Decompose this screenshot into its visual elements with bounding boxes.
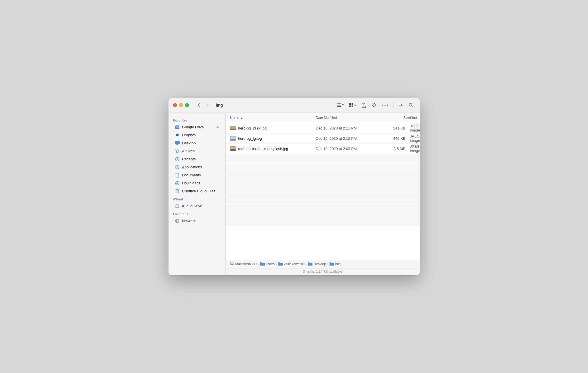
dropbox-icon [175, 133, 180, 138]
sidebar-applications-label: Applications [182, 165, 202, 169]
sidebar-item-documents[interactable]: Documents [170, 171, 224, 179]
file-date-3: Dec 10, 2020 at 2:03 PM [316, 147, 382, 151]
empty-row [226, 216, 420, 226]
breadcrumb: Macintosh HD › Users › [226, 260, 420, 268]
close-button[interactable] [173, 103, 177, 107]
table-row[interactable]: roam-in-color-...s-unsplash.jpg Dec 10, … [226, 144, 420, 154]
file-kind-2: JPEG image [410, 134, 420, 143]
more-chevron-icon: ▾ [387, 103, 389, 107]
sidebar-creative-cloud-label: Creative Cloud Files [182, 189, 216, 193]
minimize-button[interactable] [179, 103, 183, 107]
breadcrumb-sep-4: › [327, 262, 328, 266]
table-row[interactable]: hero-bg_lg.jpg Dec 10, 2020 at 2:12 PM 4… [226, 133, 420, 144]
sidebar-icloud-label: iCloud Drive [182, 204, 202, 208]
sidebar: Favorites Google Drive ⏏ [168, 113, 226, 275]
svg-rect-13 [176, 126, 179, 128]
favorites-label: Favorites [168, 116, 225, 123]
grid-view-button[interactable]: ▾ [348, 102, 358, 108]
svg-rect-5 [349, 105, 351, 107]
file-rows: hero-bg_@2x.jpg Dec 10, 2020 at 2:11 PM … [226, 123, 420, 260]
documents-icon [175, 173, 180, 178]
svg-point-8 [382, 105, 383, 106]
sidebar-item-dropbox[interactable]: Dropbox [170, 131, 224, 139]
file-name-cell: hero-bg_lg.jpg [230, 136, 316, 141]
svg-rect-2 [337, 106, 341, 107]
sidebar-item-airdrop[interactable]: AirDrop [170, 147, 224, 155]
search-button[interactable] [407, 101, 415, 109]
sidebar-documents-label: Documents [182, 173, 201, 177]
file-thumbnail-3 [230, 146, 236, 151]
svg-rect-3 [349, 103, 351, 105]
col-name-header[interactable]: Name ▲ [230, 116, 316, 120]
file-name-2: hero-bg_lg.jpg [238, 136, 262, 141]
file-name-cell: roam-in-color-...s-unsplash.jpg [230, 146, 316, 151]
recents-icon [175, 157, 180, 162]
img-folder-icon [330, 262, 334, 266]
traffic-lights [173, 103, 189, 107]
svg-rect-0 [337, 103, 341, 104]
file-list-area: Name ▲ Date Modified Size Kind [226, 113, 420, 275]
file-date-2: Dec 10, 2020 at 2:12 PM [316, 136, 382, 141]
empty-row [226, 164, 420, 175]
chevron-down-icon: ▾ [354, 103, 356, 107]
google-drive-icon [175, 125, 180, 130]
sort-arrow: ▲ [240, 116, 243, 119]
sidebar-item-recents[interactable]: Recents [170, 155, 224, 163]
breadcrumb-desktop[interactable]: Desktop [308, 262, 326, 266]
svg-rect-29 [230, 136, 236, 140]
maximize-button[interactable] [185, 103, 189, 107]
sidebar-google-drive-label: Google Drive [182, 125, 204, 129]
svg-point-9 [384, 105, 384, 106]
sidebar-item-applications[interactable]: Applications [170, 163, 224, 171]
svg-rect-18 [176, 145, 179, 145]
back-button[interactable] [195, 101, 203, 109]
window-title: img [216, 103, 223, 107]
breadcrumb-kelliekowalski[interactable]: kelliekowalski [278, 262, 305, 266]
sidebar-item-downloads[interactable]: Downloads [170, 179, 224, 187]
nav-buttons [195, 101, 211, 109]
col-kind-header[interactable]: Kind [410, 116, 417, 120]
breadcrumb-sep-3: › [306, 262, 307, 266]
sidebar-airdrop-label: AirDrop [182, 149, 195, 153]
sidebar-item-icloud-drive[interactable]: iCloud Drive [170, 202, 224, 210]
svg-marker-15 [176, 135, 179, 136]
svg-rect-32 [230, 149, 236, 151]
expand-button[interactable] [396, 101, 405, 109]
col-date-header[interactable]: Date Modified [316, 116, 382, 120]
sidebar-network-label: Network [182, 219, 196, 223]
forward-button[interactable] [203, 101, 211, 109]
eject-icon[interactable]: ⏏ [216, 125, 219, 129]
file-name-1: hero-bg_@2x.jpg [238, 126, 267, 130]
breadcrumb-macintosh[interactable]: Macintosh HD [230, 262, 257, 266]
sidebar-dropbox-label: Dropbox [182, 133, 196, 137]
toolbar: img ▾ [168, 98, 420, 113]
creative-cloud-icon [175, 189, 180, 194]
more-button[interactable]: ▾ [380, 102, 390, 108]
share-button[interactable] [360, 101, 368, 109]
col-size-header[interactable]: Size [382, 116, 410, 120]
users-folder-icon [260, 262, 265, 266]
sidebar-item-creative-cloud[interactable]: Creative Cloud Files [170, 187, 224, 195]
tag-button[interactable] [370, 101, 378, 109]
column-headers: Name ▲ Date Modified Size Kind [226, 113, 420, 123]
svg-rect-27 [230, 126, 236, 130]
sidebar-item-network[interactable]: Network [170, 217, 224, 225]
sidebar-item-desktop[interactable]: Desktop [170, 139, 224, 147]
macintosh-hd-icon [230, 262, 234, 266]
network-icon [175, 218, 180, 224]
breadcrumb-sep-1: › [258, 262, 259, 266]
applications-icon [175, 165, 180, 170]
list-view-button[interactable] [336, 102, 346, 108]
svg-point-7 [373, 104, 374, 105]
table-row[interactable]: hero-bg_@2x.jpg Dec 10, 2020 at 2:11 PM … [226, 123, 420, 133]
breadcrumb-sep-2: › [276, 262, 277, 266]
file-thumbnail-1 [230, 126, 236, 130]
file-size-1: 241 KB [382, 126, 410, 130]
breadcrumb-img[interactable]: img [330, 262, 341, 266]
file-name-3: roam-in-color-...s-unsplash.jpg [238, 147, 288, 151]
file-size-2: 446 KB [382, 136, 410, 141]
sidebar-item-google-drive[interactable]: Google Drive ⏏ [170, 123, 224, 131]
finder-window: img ▾ [168, 98, 420, 275]
svg-rect-17 [176, 144, 178, 145]
breadcrumb-users[interactable]: Users [260, 262, 275, 266]
